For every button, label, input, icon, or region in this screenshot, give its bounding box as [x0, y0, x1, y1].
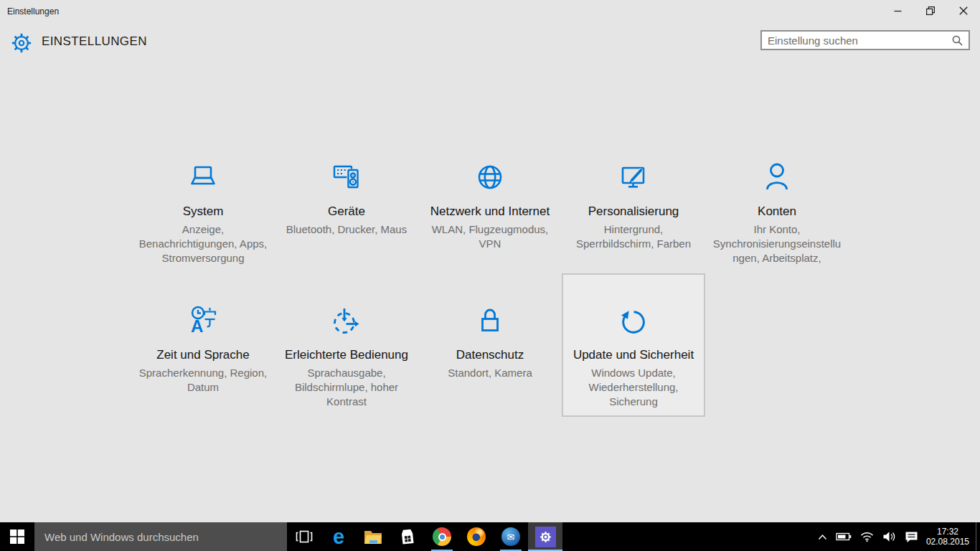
tile-update-security[interactable]: Update und Sicherheit Windows Update, Wi… [562, 273, 705, 417]
tile-title: Netzwerk und Internet [430, 204, 550, 219]
tile-subtitle: Bluetooth, Drucker, Maus [281, 222, 413, 237]
tray-battery-button[interactable] [831, 522, 856, 551]
action-center-icon [905, 531, 918, 543]
tile-subtitle: Anzeige, Benachrichtigungen, Apps, Strom… [137, 222, 269, 265]
action-center-button[interactable] [900, 522, 923, 551]
file-explorer-icon [363, 528, 383, 545]
tile-subtitle: Sprachausgabe, Bildschirmlupe, hoher Kon… [281, 366, 413, 409]
clock-time: 17:32 [926, 527, 969, 537]
thunderbird-icon: ✉ [501, 527, 520, 546]
edge-button[interactable]: e [321, 522, 356, 551]
tile-title: Personalisierung [588, 204, 679, 219]
taskbar-apps: e [287, 522, 562, 551]
keyboard-speaker-icon [329, 160, 364, 194]
task-view-icon [294, 528, 314, 545]
settings-app-icon [535, 527, 556, 547]
settings-category-grid: System Anzeige, Benachrichtigungen, Apps… [131, 130, 849, 417]
system-tray: 17:32 02.08.2015 [814, 522, 980, 551]
person-icon [760, 160, 794, 194]
close-icon [959, 6, 968, 15]
firefox-button[interactable] [459, 522, 494, 551]
tile-ease-of-access[interactable]: Erleichterte Bedienung Sprachausgabe, Bi… [275, 273, 418, 417]
edge-icon: e [333, 527, 344, 547]
envelope-icon: ✉ [507, 532, 515, 542]
file-explorer-button[interactable] [356, 522, 390, 551]
taskbar: e [0, 522, 980, 551]
tile-title: Geräte [328, 204, 365, 219]
volume-icon [882, 531, 896, 542]
taskbar-search-box [34, 522, 287, 551]
thunderbird-button[interactable]: ✉ [494, 522, 528, 551]
battery-icon [836, 531, 852, 542]
taskbar-clock[interactable]: 17:32 02.08.2015 [926, 527, 969, 547]
tile-title: Update und Sicherheit [573, 348, 694, 362]
store-button[interactable] [390, 522, 425, 551]
minimize-icon [894, 7, 902, 15]
tile-title: Erleichterte Bedienung [285, 348, 408, 362]
tile-title: Konten [758, 204, 796, 219]
tile-subtitle: Standort, Kamera [424, 366, 556, 380]
tile-accounts[interactable]: Konten Ihr Konto, Synchronisierungseinst… [705, 130, 849, 273]
store-icon [398, 527, 417, 546]
titlebar: Einstellungen [0, 0, 980, 23]
window-title: Einstellungen [7, 6, 59, 17]
clock-language-icon: A [186, 303, 220, 338]
magnifier-icon[interactable] [952, 35, 969, 46]
wifi-icon [860, 532, 874, 542]
restore-icon [926, 6, 935, 15]
tile-subtitle: Hintergrund, Sperrbildschirm, Farben [567, 222, 699, 251]
tile-devices[interactable]: Geräte Bluetooth, Drucker, Maus [275, 130, 418, 273]
gear-icon [9, 31, 34, 58]
svg-text:A: A [191, 316, 203, 336]
refresh-icon [616, 303, 651, 338]
minimize-button[interactable] [881, 0, 914, 22]
ease-of-access-icon [329, 303, 364, 338]
tile-system[interactable]: System Anzeige, Benachrichtigungen, Apps… [131, 130, 275, 273]
tray-chevron-up-button[interactable] [814, 522, 831, 551]
task-view-button[interactable] [287, 522, 321, 551]
tile-privacy[interactable]: Datenschutz Standort, Kamera [418, 273, 562, 417]
tile-time-language[interactable]: A Zeit und Sprache Spracherkennung, Regi… [131, 273, 275, 417]
settings-app-button[interactable] [528, 522, 562, 551]
window-controls [881, 0, 980, 22]
clock-date: 02.08.2015 [926, 537, 969, 547]
display-pen-icon [616, 160, 651, 194]
tile-subtitle: Spracherkennung, Region, Datum [137, 366, 269, 395]
settings-search-box [760, 30, 970, 50]
tray-volume-button[interactable] [878, 522, 900, 551]
tile-title: Datenschutz [456, 348, 524, 362]
tile-title: System [183, 204, 224, 219]
start-button[interactable] [0, 522, 34, 551]
tile-subtitle: Windows Update, Wiederherstellung, Siche… [567, 366, 699, 409]
show-desktop-button[interactable] [976, 522, 980, 551]
windows-logo-icon [10, 529, 24, 544]
tile-subtitle: WLAN, Flugzeugmodus, VPN [424, 222, 556, 251]
tile-network[interactable]: Netzwerk und Internet WLAN, Flugzeugmodu… [418, 130, 562, 273]
tile-title: Zeit und Sprache [156, 348, 249, 362]
globe-icon [473, 160, 507, 194]
chevron-up-icon [818, 534, 827, 540]
lock-icon [473, 303, 507, 338]
tile-subtitle: Ihr Konto, Synchronisierungseinstellunge… [711, 222, 843, 265]
chrome-button[interactable] [425, 522, 459, 551]
restore-button[interactable] [914, 0, 947, 22]
laptop-icon [186, 160, 220, 194]
chrome-icon [433, 527, 451, 546]
taskbar-search-input[interactable] [34, 531, 287, 543]
close-button[interactable] [947, 0, 980, 22]
firefox-icon [467, 527, 486, 546]
tile-personalization[interactable]: Personalisierung Hintergrund, Sperrbilds… [562, 130, 705, 273]
tray-wifi-button[interactable] [856, 522, 878, 551]
page-title: EINSTELLUNGEN [42, 34, 147, 49]
settings-search-input[interactable] [762, 34, 952, 47]
